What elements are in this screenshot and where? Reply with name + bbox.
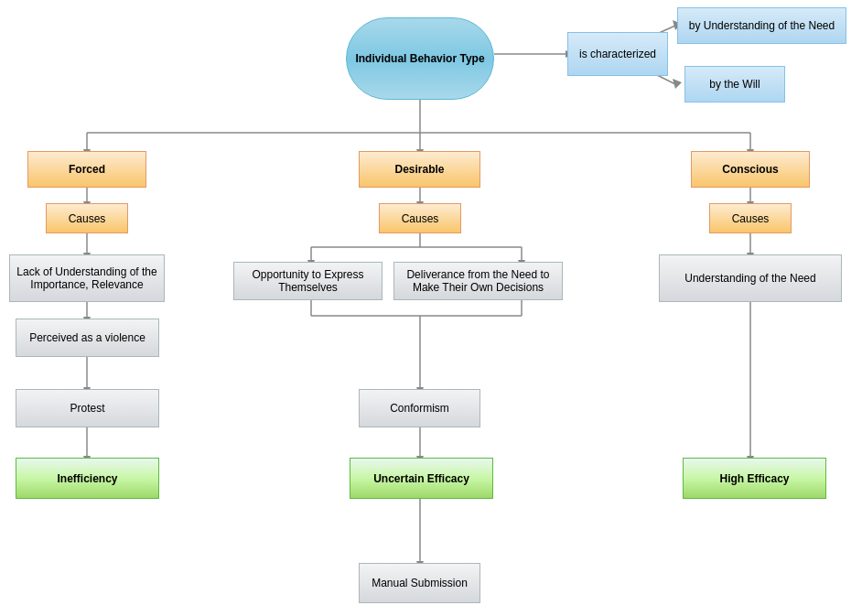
protest-node: Protest: [16, 389, 159, 427]
inefficiency-node: Inefficiency: [16, 458, 159, 499]
opportunity-express-node: Opportunity to Express Themselves: [233, 262, 383, 300]
by-will-node: by the Will: [684, 66, 785, 103]
root-node: Individual Behavior Type: [346, 17, 494, 100]
perceived-violence-node: Perceived as a violence: [16, 319, 159, 357]
is-characterized-node: is characterized: [567, 32, 668, 76]
by-understanding-node: by Understanding of the Need: [677, 7, 846, 44]
forced-node: Forced: [27, 151, 146, 188]
causes-forced-node: Causes: [46, 203, 128, 233]
manual-submission-node: Manual Submission: [359, 563, 480, 603]
conformism-node: Conformism: [359, 389, 480, 427]
causes-conscious-node: Causes: [709, 203, 792, 233]
lack-understanding-node: Lack of Understanding of the Importance,…: [9, 254, 165, 302]
causes-desirable-node: Causes: [379, 203, 461, 233]
deliverance-node: Deliverance from the Need to Make Their …: [393, 262, 563, 300]
desirable-node: Desirable: [359, 151, 480, 188]
diagram: Individual Behavior Type is characterize…: [0, 0, 862, 616]
uncertain-efficacy-node: Uncertain Efficacy: [350, 458, 493, 499]
conscious-node: Conscious: [691, 151, 810, 188]
understanding-need-node: Understanding of the Need: [659, 254, 842, 302]
high-efficacy-node: High Efficacy: [683, 458, 826, 499]
svg-marker-5: [673, 79, 682, 89]
